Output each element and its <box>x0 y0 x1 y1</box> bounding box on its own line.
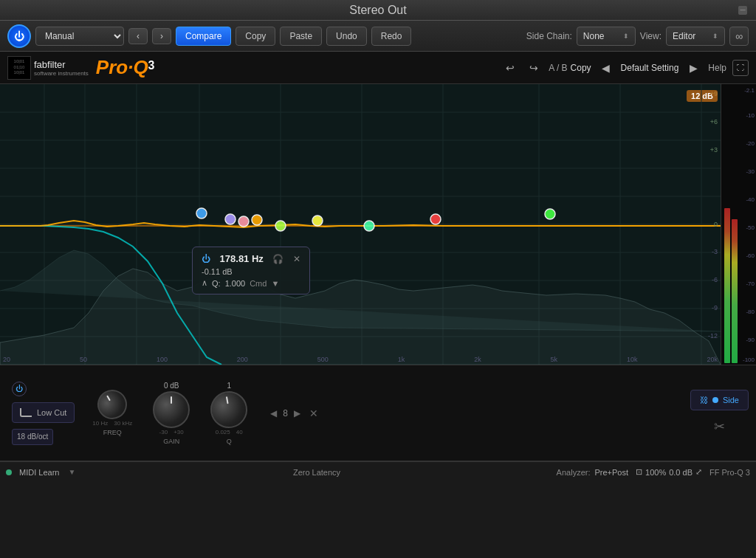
preset-name: Default Setting <box>621 63 679 73</box>
gain-readout: 0.0 dB <box>669 468 693 477</box>
side-label: Side <box>723 396 739 404</box>
filter-type-button[interactable]: Low Cut <box>12 402 75 423</box>
side-section: ⛓ Side ✂ <box>690 390 749 437</box>
brand-text: fabfilter software instruments <box>34 59 89 77</box>
redo-plugin-button[interactable]: ↪ <box>525 59 543 77</box>
next-preset-button[interactable]: ▶ <box>684 59 702 77</box>
undo-plugin-button[interactable]: ↩ <box>501 59 519 77</box>
help-button[interactable]: Help <box>708 63 726 73</box>
view-label: View: <box>640 31 662 41</box>
close-band-button[interactable]: ✕ <box>307 407 320 420</box>
undo-button[interactable]: Undo <box>326 27 367 46</box>
svg-point-20 <box>196 208 207 218</box>
band-number: 8 <box>283 408 288 418</box>
filter-type-label: Low Cut <box>37 408 66 417</box>
back-icon: ‹ <box>137 31 140 41</box>
db-plus3-label: +3 <box>710 146 718 154</box>
q-label: Q <box>227 438 232 445</box>
side-link-button[interactable]: ⛓ Side <box>690 390 749 410</box>
band-navigation: ◀ 8 ▶ ✕ <box>267 407 320 420</box>
redo-button[interactable]: Redo <box>371 27 412 46</box>
forward-icon: › <box>160 31 163 41</box>
slope-button[interactable]: 18 dB/oct <box>12 429 53 445</box>
db-plus6-label: +6 <box>710 118 718 125</box>
preset-select[interactable]: Manual <box>35 27 124 46</box>
band-power-button[interactable]: ⏻ <box>12 382 27 396</box>
analyzer-section: Analyzer: Pre+Post <box>557 468 628 477</box>
copy-button[interactable]: Copy <box>236 27 275 46</box>
header-controls: ↩ ↪ A / B Copy ◀ Default Setting ▶ Help … <box>501 59 749 77</box>
q-knob[interactable] <box>207 388 250 431</box>
tooltip-cmd-label: Cmd <box>250 279 267 288</box>
expand-button[interactable]: ⛶ <box>732 60 749 76</box>
ab-section: A / B Copy <box>549 63 591 73</box>
scissors-button[interactable]: ✂ <box>709 416 729 437</box>
db-minus3-label: -3 <box>712 248 718 255</box>
compare-button[interactable]: Compare <box>176 27 231 46</box>
q-knob-group: 1 0.02540 Q <box>210 382 247 445</box>
forward-button[interactable]: › <box>152 28 171 44</box>
power-button[interactable]: ⏻ <box>7 24 31 48</box>
latency-label: Zero Latency <box>84 468 549 477</box>
sidechain-dropdown[interactable]: None ⬍ <box>577 27 636 46</box>
window-title: Stereo Out <box>349 4 406 17</box>
link-button[interactable]: ∞ <box>729 27 749 46</box>
freq-knob[interactable] <box>92 385 133 425</box>
power-icon: ⏻ <box>14 30 24 42</box>
tooltip-freq: 178.81 Hz <box>220 253 264 264</box>
meter-left-bar <box>724 208 730 363</box>
svg-point-23 <box>252 215 262 225</box>
link-chain-icon: ⛓ <box>700 396 708 404</box>
tooltip-down-arrow[interactable]: ▼ <box>271 279 279 288</box>
analyzer-label: Analyzer: <box>557 468 591 477</box>
tooltip-gain-value: -0.11 dB <box>202 267 233 276</box>
eq-canvas-area[interactable]: 12 dB <box>0 84 756 365</box>
gain-knob[interactable] <box>153 391 190 428</box>
expand-icon: ⛶ <box>737 63 744 72</box>
band-power-icon: ⏻ <box>16 385 23 393</box>
prev-preset-button[interactable]: ◀ <box>597 59 615 77</box>
tooltip-filter-shape-icon: ∧ <box>202 278 207 288</box>
link-icon: ∞ <box>735 30 743 42</box>
gain-label: GAIN <box>163 438 179 445</box>
eq-grid-svg <box>0 84 721 365</box>
view-dropdown[interactable]: Editor ⬍ <box>666 27 725 46</box>
svg-point-28 <box>545 209 555 219</box>
zoom-icon: ⊡ <box>636 467 642 477</box>
sidechain-arrow: ⬍ <box>623 32 629 40</box>
close-button[interactable]: ─ <box>738 6 747 15</box>
next-band-button[interactable]: ▶ <box>291 407 304 420</box>
db-zero-label: 0 <box>714 221 718 228</box>
midi-learn-button[interactable]: MIDI Learn <box>19 468 59 477</box>
prev-band-button[interactable]: ◀ <box>267 407 280 420</box>
view-arrow: ⬍ <box>712 32 718 40</box>
sidechain-label: Side Chain: <box>526 31 572 41</box>
freq-knob-group: 10 Hz30 kHz FREQ <box>92 390 132 436</box>
gain-knob-group: 0 dB -30+30 GAIN <box>153 382 190 445</box>
zoom-percent: 100% <box>645 468 666 477</box>
freq-axis: 20 50 100 200 500 1k 2k 5k 10k 20k <box>0 356 721 363</box>
tooltip-close-button[interactable]: ✕ <box>293 254 300 264</box>
analyzer-value[interactable]: Pre+Post <box>594 468 628 477</box>
tooltip-q-label: Q: <box>212 279 221 288</box>
svg-point-27 <box>430 214 441 224</box>
meter-right-bar <box>732 219 738 363</box>
svg-point-25 <box>312 216 323 226</box>
paste-button[interactable]: Paste <box>280 27 322 46</box>
eq-tooltip: ⏻ 178.81 Hz 🎧 ✕ -0.11 dB ∧ Q: 1.000 Cmd … <box>192 247 310 294</box>
db-minus12-label: -12 <box>708 332 718 340</box>
tooltip-q-value: 1.000 <box>225 279 246 288</box>
ff-logo: 10|0101|1010|01 <box>7 56 31 80</box>
svg-point-22 <box>238 216 249 227</box>
plugin-name: FF Pro-Q 3 <box>709 468 750 477</box>
plugin-header: 10|0101|1010|01 fabfilter software instr… <box>0 52 756 84</box>
midi-dropdown-button[interactable]: ▼ <box>66 467 77 478</box>
freq-label: FREQ <box>103 429 122 436</box>
back-button[interactable]: ‹ <box>128 28 148 44</box>
status-bar: MIDI Learn ▼ Zero Latency Analyzer: Pre+… <box>0 461 756 482</box>
resize-icon[interactable]: ⤢ <box>695 467 702 477</box>
tooltip-power-icon[interactable]: ⏻ <box>202 254 210 264</box>
svg-point-24 <box>275 221 286 231</box>
svg-point-26 <box>364 221 374 231</box>
svg-point-21 <box>225 214 236 224</box>
